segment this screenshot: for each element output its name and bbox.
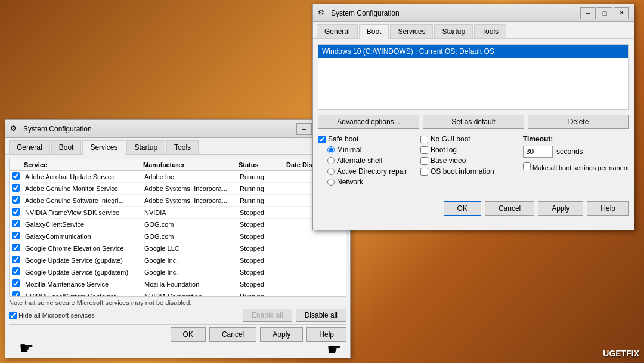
row-manufacturer: Mozilla Foundation [143, 281, 239, 288]
win1-minimize-button[interactable]: ─ [296, 123, 312, 135]
table-row: Google Update Service (gupdatem)Google I… [10, 266, 346, 278]
row-service: GalaxyClientService [24, 221, 143, 228]
win1-icon: ⚙ [10, 124, 20, 134]
ad-repair-radio[interactable] [327, 168, 335, 175]
timeout-input[interactable] [523, 146, 553, 158]
win2-titlebar: ⚙ System Configuration ─ □ ✕ [313, 4, 634, 22]
win2-minimize-button[interactable]: ─ [580, 7, 596, 19]
tab-general[interactable]: General [9, 140, 50, 154]
set-default-button[interactable]: Set as default [423, 115, 524, 129]
win2-controls: ─ □ ✕ [580, 7, 629, 19]
win1-help-button[interactable]: Help [306, 327, 346, 342]
enable-all-button[interactable]: Enable all [243, 309, 292, 322]
delete-button[interactable]: Delete [528, 115, 629, 129]
row-checkbox[interactable] [12, 256, 24, 264]
hide-ms-checkbox-input[interactable] [9, 312, 17, 319]
boot-list[interactable]: Windows 10 (C:\WINDOWS) : Current OS; De… [318, 44, 629, 110]
col-status: Status [239, 161, 286, 168]
row-status: Stopped [239, 281, 286, 288]
minimal-radio[interactable] [327, 146, 335, 153]
win2-icon: ⚙ [318, 8, 327, 18]
row-checkbox[interactable] [12, 208, 24, 217]
advanced-options-button[interactable]: Advanced options... [318, 115, 419, 129]
row-checkbox[interactable] [12, 291, 24, 296]
win2-tab-boot[interactable]: Boot [359, 24, 389, 39]
row-checkbox[interactable] [12, 267, 24, 276]
win2-tab-tools[interactable]: Tools [474, 24, 506, 38]
win2-tab-startup[interactable]: Startup [434, 24, 473, 38]
services-content: Service Manufacturer Status Date Disable… [5, 155, 350, 357]
win2-ok-button[interactable]: OK [444, 201, 481, 216]
seconds-label: seconds [556, 147, 583, 156]
row-status: Stopped [239, 233, 286, 240]
base-video-checkbox[interactable] [420, 157, 428, 165]
row-service: Google Chrome Elevation Service [24, 245, 143, 252]
network-radio[interactable] [327, 179, 335, 186]
minimal-label: Minimal [337, 146, 361, 154]
hide-ms-checkbox-row[interactable]: Hide all Microsoft services [9, 312, 95, 319]
table-row: NVIDIA FrameView SDK serviceNVIDIAStoppe… [10, 207, 346, 219]
row-status: Running [239, 173, 286, 180]
os-boot-row: OS boot information [420, 167, 516, 176]
alt-shell-row: Alternate shell [327, 156, 413, 165]
alt-shell-radio[interactable] [327, 157, 335, 164]
disable-all-button[interactable]: Disable all [296, 309, 346, 322]
boot-entry[interactable]: Windows 10 (C:\WINDOWS) : Current OS; De… [318, 45, 628, 58]
row-manufacturer: Google Inc. [143, 269, 239, 276]
boot-log-label: Boot log [431, 146, 457, 154]
row-checkbox[interactable] [12, 172, 24, 181]
win1-ok-button[interactable]: OK [171, 327, 206, 342]
note-text: Note that some secure Microsoft services… [9, 299, 346, 306]
timeout-label: Timeout: [523, 135, 629, 143]
table-row: Adobe Acrobat Update ServiceAdobe Inc.Ru… [10, 171, 346, 183]
win2-title: System Configuration [331, 9, 577, 17]
os-boot-checkbox[interactable] [420, 168, 428, 176]
no-gui-checkbox[interactable] [420, 136, 428, 143]
table-body: Adobe Acrobat Update ServiceAdobe Inc.Ru… [10, 171, 346, 296]
row-manufacturer: Google Inc. [143, 257, 239, 264]
win2-maximize-button[interactable]: □ [597, 7, 612, 19]
tab-tools[interactable]: Tools [166, 140, 199, 154]
row-manufacturer: NVIDIA [143, 209, 239, 216]
win1-cancel-button[interactable]: Cancel [209, 327, 256, 342]
boot-options-section: Safe boot Minimal Alternate shell Active… [318, 135, 629, 189]
boot-log-checkbox[interactable] [420, 146, 428, 154]
base-video-label: Base video [431, 156, 466, 165]
no-gui-row: No GUI boot [420, 135, 516, 143]
row-service: GalaxyCommunication [24, 233, 143, 240]
safe-boot-checkbox[interactable] [318, 136, 326, 143]
table-row: Adobe Genuine Monitor ServiceAdobe Syste… [10, 183, 346, 195]
win2-dialog-buttons: OK Cancel Apply Help [313, 196, 634, 220]
services-table: Service Manufacturer Status Date Disable… [9, 159, 346, 297]
services-window: ⚙ System Configuration ─ □ ✕ General Boo… [5, 119, 351, 358]
row-checkbox[interactable] [12, 279, 24, 288]
row-status: Stopped [239, 245, 286, 252]
ad-repair-row: Active Directory repair [327, 167, 413, 176]
network-row: Network [327, 178, 413, 186]
win2-tab-services[interactable]: Services [390, 24, 433, 38]
tab-services[interactable]: Services [82, 140, 125, 155]
make-permanent-checkbox[interactable] [523, 162, 531, 170]
win1-dialog-buttons: OK Cancel Apply Help [9, 324, 346, 344]
boot-options-right: No GUI boot Boot log Base video OS boot … [420, 135, 516, 189]
tab-boot[interactable]: Boot [51, 140, 82, 154]
win2-cancel-button[interactable]: Cancel [485, 201, 534, 216]
row-checkbox[interactable] [12, 232, 24, 241]
row-status: Running [239, 293, 286, 297]
win1-apply-button[interactable]: Apply [260, 327, 303, 342]
win2-help-button[interactable]: Help [587, 201, 629, 216]
ad-repair-label: Active Directory repair [337, 167, 407, 176]
win1-titlebar: ⚙ System Configuration ─ □ ✕ [5, 120, 350, 138]
win2-tab-general[interactable]: General [317, 24, 358, 38]
row-checkbox[interactable] [12, 196, 24, 205]
tab-startup[interactable]: Startup [126, 140, 165, 154]
boot-options-left: Safe boot Minimal Alternate shell Active… [318, 135, 413, 189]
win2-close-button[interactable]: ✕ [614, 7, 629, 19]
row-checkbox[interactable] [12, 244, 24, 253]
row-manufacturer: GOG.com [143, 221, 239, 228]
row-checkbox[interactable] [12, 220, 24, 229]
win2-apply-button[interactable]: Apply [538, 201, 583, 216]
row-checkbox[interactable] [12, 184, 24, 193]
row-manufacturer: NVIDIA Corporation [143, 293, 239, 297]
row-service: Google Update Service (gupdatem) [24, 269, 143, 276]
